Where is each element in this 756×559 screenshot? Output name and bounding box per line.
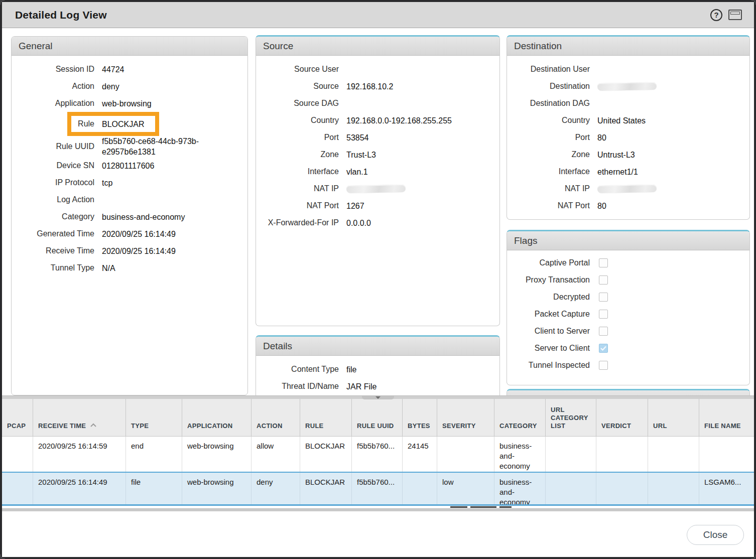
flag-row: Proxy Transaction: [507, 271, 749, 289]
table-cell: [596, 473, 648, 504]
checkbox-checked[interactable]: [599, 344, 608, 353]
field-label: NAT IP: [507, 184, 590, 193]
column-header-file-name[interactable]: FILE NAME: [699, 399, 756, 436]
column-header-type[interactable]: TYPE: [126, 399, 182, 436]
help-icon[interactable]: ?: [710, 9, 722, 21]
table-cell: f5b5b760...: [352, 437, 403, 472]
destination-row: NAT Port80: [507, 197, 749, 214]
field-value: business-and-economy: [102, 212, 185, 222]
horizontal-scrollbar[interactable]: [2, 508, 754, 511]
column-header-severity[interactable]: SEVERITY: [437, 399, 494, 436]
source-row: Interfacevlan.1: [256, 163, 499, 180]
table-cell: [546, 473, 596, 504]
general-row: Receive Time2020/09/25 16:14:49: [12, 242, 247, 259]
checkbox-unchecked[interactable]: [599, 275, 608, 285]
dialog-content: General Session ID44724ActiondenyApplica…: [2, 28, 754, 557]
column-header-category[interactable]: CATEGORY: [494, 399, 546, 436]
table-cell: business-and-economy: [494, 437, 546, 472]
table-cell: f5b5b760...: [352, 473, 403, 504]
column-header-rule-uuid[interactable]: RULE UUID: [352, 399, 403, 436]
field-label: IP Protocol: [12, 178, 94, 187]
close-button[interactable]: Close: [687, 525, 744, 545]
column-header-label: APPLICATION: [187, 422, 232, 430]
field-label: Rule: [12, 119, 94, 128]
general-row: Generated Time2020/09/25 16:14:49: [12, 225, 247, 242]
details-panel-body: Content TypefileThreat ID/NameJAR File: [256, 356, 499, 395]
destination-row: Destination DAG: [507, 95, 749, 112]
splitter-collapse-handle[interactable]: [362, 396, 394, 399]
source-row: NAT IP: [256, 180, 499, 197]
flag-row: Packet Capture: [507, 306, 749, 323]
check-icon: [600, 346, 606, 351]
column-header-url[interactable]: URL: [648, 399, 699, 436]
column-header-url-category-list[interactable]: URL CATEGORY LIST: [546, 399, 596, 436]
field-label: Port: [256, 133, 339, 142]
table-cell: 2020/09/25 16:14:49: [33, 473, 126, 504]
source-row: Country192.168.0.0-192.168.255.255: [256, 112, 499, 129]
field-label: Generated Time: [12, 229, 94, 238]
field-label: Zone: [507, 150, 590, 159]
column-header-label: SEVERITY: [442, 422, 476, 430]
details-row: Threat ID/NameJAR File: [256, 378, 499, 395]
field-label: Tunnel Type: [12, 263, 94, 272]
checkbox-unchecked[interactable]: [599, 361, 608, 370]
column-header-rule[interactable]: RULE: [300, 399, 352, 436]
general-row: Applicationweb-browsing: [12, 95, 247, 112]
table-cell: [437, 437, 494, 472]
field-value: United States: [597, 115, 646, 126]
column-header-label: URL: [653, 422, 667, 430]
redacted-value: [346, 184, 406, 193]
column-header-label: RULE: [305, 422, 324, 430]
field-value: 2020/09/25 16:14:49: [102, 246, 176, 256]
field-value: 80: [597, 132, 606, 143]
checkbox-unchecked[interactable]: [599, 293, 608, 302]
column-header-action[interactable]: ACTION: [251, 399, 300, 436]
flag-row: Decrypted: [507, 289, 749, 306]
column-header-verdict[interactable]: VERDICT: [596, 399, 648, 436]
checkbox-unchecked[interactable]: [599, 258, 608, 267]
flag-row: Tunnel Inspected: [507, 357, 749, 374]
log-table: PCAPRECEIVE TIMETYPEAPPLICATIONACTIONRUL…: [2, 399, 754, 511]
field-value: ethernet1/1: [597, 167, 638, 177]
destination-panel-body: Destination UserDestinationDestination D…: [507, 56, 749, 214]
general-row: RuleBLOCKJAR: [12, 112, 247, 136]
general-row: Categorybusiness-and-economy: [12, 208, 247, 225]
table-row[interactable]: 2020/09/25 16:14:59endweb-browsingallowB…: [2, 437, 754, 472]
source-panel: Source Source UserSource192.168.10.2Sour…: [256, 35, 500, 326]
field-label: Threat ID/Name: [256, 382, 339, 391]
destination-row: Interfaceethernet1/1: [507, 163, 749, 180]
field-label: Zone: [256, 150, 339, 159]
source-panel-body: Source UserSource192.168.10.2Source DAGC…: [256, 56, 499, 231]
table-cell: business-and-economy: [494, 473, 546, 504]
redacted-value: [597, 82, 657, 90]
table-cell: LSGAM6...: [699, 473, 756, 504]
column-header-label: ACTION: [257, 422, 283, 430]
column-header-pcap[interactable]: PCAP: [2, 399, 33, 436]
chevron-down-icon: [375, 396, 381, 399]
field-label: Country: [507, 116, 590, 125]
window-panel-icon[interactable]: [728, 10, 742, 20]
table-cell: end: [126, 437, 182, 472]
table-row-selected[interactable]: 2020/09/25 16:14:49fileweb-browsingdenyB…: [2, 472, 754, 506]
field-label: NAT Port: [507, 201, 590, 210]
column-header-receive-time[interactable]: RECEIVE TIME: [33, 399, 126, 436]
column-header-label: RECEIVE TIME: [38, 422, 86, 430]
table-cell: allow: [251, 437, 300, 472]
flag-label: Decrypted: [507, 293, 590, 302]
column-header-application[interactable]: APPLICATION: [182, 399, 251, 436]
table-cell: [2, 473, 33, 504]
redacted-value: [597, 184, 657, 193]
column-header-bytes[interactable]: BYTES: [403, 399, 437, 436]
column-header-label: PCAP: [7, 422, 26, 430]
field-value: vlan.1: [346, 167, 368, 177]
checkbox-unchecked[interactable]: [599, 327, 608, 336]
flag-label: Client to Server: [507, 327, 590, 336]
details-panel-header: Details: [256, 337, 499, 356]
table-cell: BLOCKJAR: [300, 473, 352, 504]
destination-row: Destination: [507, 78, 749, 95]
table-cell: 2020/09/25 16:14:59: [33, 437, 126, 472]
field-value: 1267: [346, 201, 364, 211]
general-row: Tunnel TypeN/A: [12, 259, 247, 276]
field-value: BLOCKJAR: [102, 119, 144, 129]
checkbox-unchecked[interactable]: [599, 310, 608, 319]
